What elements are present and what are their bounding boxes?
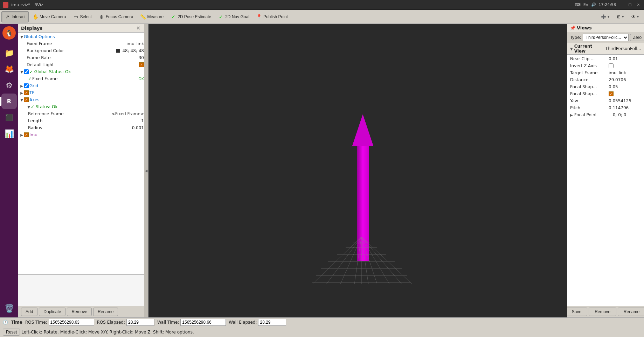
target-frame-row[interactable]: Target Frame imu_link xyxy=(567,69,644,76)
view-options-button[interactable]: 👁 ▼ xyxy=(628,11,643,22)
remove-view-btn[interactable]: Remove xyxy=(589,308,616,316)
move-camera-icon: ✋ xyxy=(33,14,38,20)
dock-item-files[interactable]: 📁 xyxy=(1,45,17,61)
nav-options-button[interactable]: ⊞ ▼ xyxy=(614,11,628,22)
views-zero-btn[interactable]: Zero xyxy=(630,34,644,41)
dock-item-firefox[interactable]: 🦊 xyxy=(1,61,17,77)
grid-floor: .grid-line{stroke:#888;stroke-width:0.8;… xyxy=(302,226,421,289)
imu-checkbox[interactable]: ✓ xyxy=(24,132,29,137)
views-properties: Near Clip ... 0.01 Invert Z Axis Target … xyxy=(567,55,644,306)
distance-row[interactable]: Distance 29.0706 xyxy=(567,76,644,83)
dock-item-ubuntu[interactable]: 🐧 xyxy=(1,25,17,41)
pitch-value: 0.114796 xyxy=(609,105,641,110)
background-color-row[interactable]: Background Color 48; 48; 48 xyxy=(18,47,144,54)
radius-label: Radius xyxy=(28,125,42,130)
save-view-btn[interactable]: Save xyxy=(566,308,587,316)
dock-item-monitor[interactable]: 📊 xyxy=(1,126,17,141)
background-color-swatch[interactable] xyxy=(116,49,120,53)
default-light-row[interactable]: Default Light ✓ xyxy=(18,61,144,68)
focal-point-label: Focal Point xyxy=(574,112,613,117)
maximize-btn[interactable]: □ xyxy=(627,2,633,8)
axes-arrow[interactable]: ▼ xyxy=(20,98,24,102)
invert-z-checkbox[interactable] xyxy=(609,63,614,68)
dock-item-trash[interactable]: 🗑️ xyxy=(1,301,17,316)
axes-status-arrow[interactable]: ▼ xyxy=(27,105,31,109)
fixed-frame-row[interactable]: Fixed Frame imu_link xyxy=(18,40,144,47)
remove-button[interactable]: Remove xyxy=(67,308,92,316)
dock-item-rviz[interactable]: R xyxy=(1,94,17,109)
global-options-row[interactable]: ▼ Global Options xyxy=(18,33,144,40)
tf-checkbox[interactable]: ✓ xyxy=(24,90,29,95)
svg-line-14 xyxy=(361,237,389,284)
fixed-frame-status-value: OK xyxy=(138,77,144,81)
global-status-label: ✓ Global Status: Ok xyxy=(29,69,71,74)
dock-item-terminal[interactable]: ⬛ xyxy=(1,110,17,125)
focus-camera-button[interactable]: ⊕ Focus Camera xyxy=(96,11,137,22)
target-frame-label: Target Frame xyxy=(570,70,609,75)
global-options-arrow[interactable]: ▼ xyxy=(20,35,24,39)
imu-arrow[interactable]: ▶ xyxy=(20,133,24,137)
wall-time-input[interactable] xyxy=(180,319,226,326)
tf-arrow[interactable]: ▶ xyxy=(20,91,24,95)
focal-shape-size-row[interactable]: Focal Shap... 0.05 xyxy=(567,83,644,90)
views-panel: 📌 Views Type: ThirdPersonFollc... Zero ▼… xyxy=(567,24,644,317)
frame-rate-row[interactable]: Frame Rate 30 xyxy=(18,54,144,61)
displays-bottom-buttons: Add Duplicate Remove Rename xyxy=(18,306,144,317)
fixed-frame-status-label: Fixed Frame xyxy=(32,76,57,81)
add-button[interactable]: Add xyxy=(21,308,37,316)
collapse-handle[interactable]: ◀ xyxy=(144,24,148,317)
radius-row[interactable]: Radius 0.001 xyxy=(18,124,144,131)
focal-point-expand: ▶ Focal Point xyxy=(570,112,613,117)
rviz-icon xyxy=(3,2,8,8)
move-camera-button[interactable]: ✋ Move Camera xyxy=(29,11,69,22)
pitch-row[interactable]: Pitch 0.114796 xyxy=(567,104,644,111)
views-type-select[interactable]: ThirdPersonFollc... xyxy=(583,34,629,41)
reset-btn[interactable]: Reset xyxy=(3,329,20,336)
axes-checkbox[interactable]: ✓ xyxy=(24,97,29,102)
global-status-row[interactable]: ▼ ✓ Global Status: Ok xyxy=(18,68,144,75)
select-button[interactable]: ▭ Select xyxy=(70,11,95,22)
focal-shape-visible-checkbox[interactable]: ✓ xyxy=(609,91,614,96)
fixed-frame-status-row[interactable]: ✓ Fixed Frame OK xyxy=(18,75,144,82)
rename-view-btn[interactable]: Rename xyxy=(618,308,644,316)
focal-point-row[interactable]: ▶ Focal Point 0; 0; 0 xyxy=(567,111,644,118)
grid-arrow[interactable]: ▶ xyxy=(20,84,24,88)
tf-row[interactable]: ▶ ✓ TF xyxy=(18,89,144,96)
fixed-frame-value: imu_link xyxy=(126,41,144,46)
focal-shape-visible-row[interactable]: Focal Shap... ✓ xyxy=(567,90,644,97)
nav-goal-button[interactable]: ✓ 2D Nav Goal xyxy=(215,11,252,22)
grid-checkbox[interactable] xyxy=(24,83,29,88)
near-clip-row[interactable]: Near Clip ... 0.01 xyxy=(567,55,644,62)
global-status-checkbox[interactable] xyxy=(24,69,29,74)
imu-row[interactable]: ▶ ✓ Imu xyxy=(18,131,144,138)
invert-z-row[interactable]: Invert Z Axis xyxy=(567,62,644,69)
wall-elapsed-input[interactable] xyxy=(258,319,286,326)
grid-row[interactable]: ▶ Grid xyxy=(18,82,144,89)
yaw-row[interactable]: Yaw 0.0554125 xyxy=(567,97,644,104)
rename-button[interactable]: Rename xyxy=(93,308,118,316)
dock-item-settings[interactable]: ⚙️ xyxy=(1,77,17,93)
viewport[interactable]: .grid-line{stroke:#888;stroke-width:0.8;… xyxy=(148,24,567,317)
ros-elapsed-input[interactable] xyxy=(126,319,154,326)
focal-point-expand-icon[interactable]: ▶ xyxy=(570,113,573,117)
interact-button[interactable]: ↗ Interact xyxy=(1,11,29,22)
length-row[interactable]: Length 1 xyxy=(18,117,144,124)
3d-scene: .grid-line{stroke:#888;stroke-width:0.8;… xyxy=(148,24,567,317)
add-view-button[interactable]: ➕ ▼ xyxy=(598,11,613,22)
current-view-expand-icon[interactable]: ▼ xyxy=(570,47,573,51)
axes-row[interactable]: ▼ ✓ Axes xyxy=(18,96,144,103)
default-light-checkbox[interactable]: ✓ xyxy=(139,62,144,67)
reference-frame-row[interactable]: Reference Frame <Fixed Frame> xyxy=(18,110,144,117)
ros-time-input[interactable] xyxy=(49,319,94,326)
measure-button[interactable]: 📏 Measure xyxy=(137,11,167,22)
duplicate-button[interactable]: Duplicate xyxy=(39,308,65,316)
volume-icon: 🔊 xyxy=(591,2,596,7)
minimize-btn[interactable]: – xyxy=(619,2,624,8)
displays-close-btn[interactable]: ✕ xyxy=(136,25,141,31)
publish-point-button[interactable]: 📍 Publish Point xyxy=(253,11,291,22)
axes-status-row[interactable]: ▼ ✓ Status: Ok xyxy=(18,103,144,110)
global-status-arrow[interactable]: ▼ xyxy=(20,70,24,74)
views-title: Views xyxy=(577,25,592,30)
pose-estimate-button[interactable]: ✓ 2D Pose Estimate xyxy=(167,11,214,22)
close-btn[interactable]: ✕ xyxy=(636,2,641,8)
